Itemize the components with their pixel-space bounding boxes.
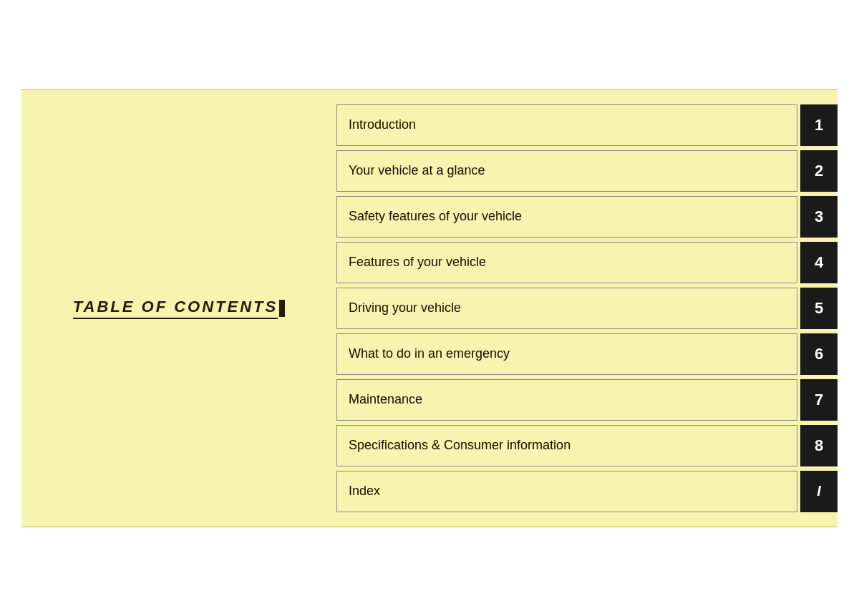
toc-row[interactable]: What to do in an emergency6 [336, 333, 838, 375]
toc-row[interactable]: IndexI [336, 471, 838, 512]
toc-number-safety-features: 3 [800, 196, 838, 238]
toc-number-introduction: 1 [800, 104, 838, 146]
toc-number-maintenance: 7 [800, 379, 838, 421]
toc-number-vehicle-at-glance: 2 [800, 150, 838, 192]
toc-entry-maintenance[interactable]: Maintenance [336, 379, 797, 421]
toc-number-features: 4 [800, 242, 838, 283]
left-panel: TABLE OF CONTENTS [21, 90, 336, 527]
toc-label-container: TABLE OF CONTENTS [73, 298, 285, 319]
toc-entry-vehicle-at-glance[interactable]: Your vehicle at a glance [336, 150, 797, 192]
toc-number-specifications: 8 [800, 425, 838, 466]
toc-row[interactable]: Safety features of your vehicle3 [336, 196, 838, 238]
toc-entry-features[interactable]: Features of your vehicle [336, 242, 797, 283]
toc-entry-safety-features[interactable]: Safety features of your vehicle [336, 196, 797, 238]
toc-cursor [279, 300, 285, 317]
toc-list: Introduction1Your vehicle at a glance2Sa… [336, 90, 838, 527]
toc-entry-index[interactable]: Index [336, 471, 797, 512]
toc-number-index: I [800, 471, 838, 512]
toc-number-driving: 5 [800, 288, 838, 329]
toc-row[interactable]: Features of your vehicle4 [336, 242, 838, 283]
toc-row[interactable]: Introduction1 [336, 104, 838, 146]
toc-row[interactable]: Driving your vehicle5 [336, 288, 838, 329]
toc-entry-introduction[interactable]: Introduction [336, 104, 797, 146]
toc-row[interactable]: Specifications & Consumer information8 [336, 425, 838, 466]
toc-number-emergency: 6 [800, 333, 838, 375]
toc-entry-driving[interactable]: Driving your vehicle [336, 288, 797, 329]
toc-row[interactable]: Maintenance7 [336, 379, 838, 421]
toc-label: TABLE OF CONTENTS [73, 298, 278, 319]
toc-entry-specifications[interactable]: Specifications & Consumer information [336, 425, 797, 466]
main-content: TABLE OF CONTENTS Introduction1Your vehi… [21, 90, 838, 527]
page-wrapper: TABLE OF CONTENTS Introduction1Your vehi… [21, 89, 838, 527]
toc-row[interactable]: Your vehicle at a glance2 [336, 150, 838, 192]
toc-entry-emergency[interactable]: What to do in an emergency [336, 333, 797, 375]
bottom-rule [21, 527, 838, 527]
